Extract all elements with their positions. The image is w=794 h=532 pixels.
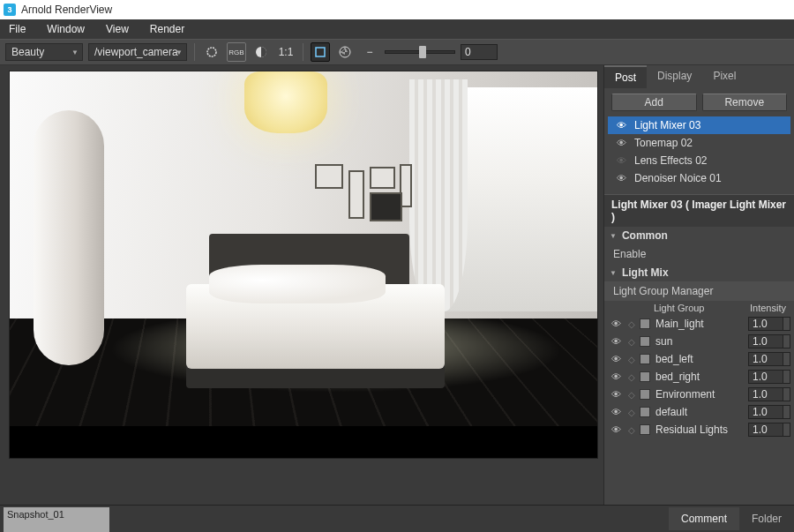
solo-toggle[interactable]: ◇ xyxy=(624,408,640,417)
visibility-icon[interactable]: 👁 xyxy=(608,354,624,364)
imager-label: Tonemap 02 xyxy=(634,137,693,149)
menu-file[interactable]: File xyxy=(9,23,26,35)
intensity-field[interactable]: 1.0 xyxy=(748,334,783,348)
collapse-icon: ▼ xyxy=(610,232,617,240)
imager-item-tonemap[interactable]: 👁 Tonemap 02 xyxy=(608,134,790,152)
camera-dropdown[interactable]: /viewport_camera ▼ xyxy=(88,43,187,61)
imager-item-denoiser[interactable]: 👁 Denoiser Noice 01 xyxy=(608,169,790,187)
spinner-icon[interactable] xyxy=(783,387,790,401)
chevron-down-icon: ▼ xyxy=(71,49,79,56)
rgb-channel-button[interactable]: RGB xyxy=(227,42,246,62)
toolbar-divider xyxy=(303,43,303,61)
camera-value: /viewport_camera xyxy=(94,46,178,58)
intensity-field[interactable]: 1.0 xyxy=(748,387,783,401)
solo-toggle[interactable]: ◇ xyxy=(624,372,640,382)
spinner-icon[interactable] xyxy=(783,317,790,331)
snapshot-thumbnail[interactable]: Snapshot_01 xyxy=(4,507,109,532)
color-swatch[interactable] xyxy=(640,318,650,329)
shutter-icon[interactable] xyxy=(335,42,355,62)
visibility-icon[interactable]: 👁 xyxy=(615,138,627,148)
visibility-icon[interactable]: 👁 xyxy=(615,173,627,184)
visibility-icon[interactable]: 👁 xyxy=(608,318,624,329)
alpha-channel-button[interactable] xyxy=(251,42,271,62)
solo-toggle[interactable]: ◇ xyxy=(624,319,640,329)
svg-point-0 xyxy=(207,48,216,56)
exposure-value-field[interactable]: 0 xyxy=(461,44,498,60)
intensity-field[interactable]: 1.0 xyxy=(748,370,783,384)
imager-item-light-mixer[interactable]: 👁 Light Mixer 03 xyxy=(608,116,790,134)
menu-render[interactable]: Render xyxy=(150,23,184,35)
menu-view[interactable]: View xyxy=(106,23,129,35)
visibility-icon[interactable]: 👁 xyxy=(615,155,627,166)
spinner-icon[interactable] xyxy=(783,423,790,437)
intensity-field[interactable]: 1.0 xyxy=(748,423,783,437)
menu-window[interactable]: Window xyxy=(47,23,85,35)
group-common[interactable]: ▼ Common xyxy=(604,227,794,244)
spinner-icon[interactable] xyxy=(783,352,790,366)
spinner-icon[interactable] xyxy=(783,334,790,348)
tab-folder[interactable]: Folder xyxy=(739,507,794,530)
window-title: Arnold RenderView xyxy=(21,4,112,16)
svg-rect-3 xyxy=(316,48,325,56)
color-swatch[interactable] xyxy=(640,336,650,347)
imager-item-lens-effects[interactable]: 👁 Lens Effects 02 xyxy=(608,152,790,169)
lightmix-row[interactable]: 👁◇Environment1.0 xyxy=(604,386,794,403)
lightmix-row[interactable]: 👁◇sun1.0 xyxy=(604,333,794,350)
spinner-icon[interactable] xyxy=(783,405,790,419)
intensity-field[interactable]: 1.0 xyxy=(748,405,783,419)
toolbar-divider xyxy=(194,43,195,61)
tab-pixel[interactable]: Pixel xyxy=(702,65,746,88)
aov-dropdown[interactable]: Beauty ▼ xyxy=(5,43,83,61)
zoom-ratio-button[interactable]: 1:1 xyxy=(276,42,296,62)
exposure-slider[interactable] xyxy=(385,50,455,54)
render-button[interactable] xyxy=(202,42,221,62)
menu-bar: File Window View Render xyxy=(0,19,794,39)
visibility-icon[interactable]: 👁 xyxy=(615,120,627,131)
lightmix-row[interactable]: 👁◇bed_left1.0 xyxy=(604,350,794,368)
light-group-name: bed_left xyxy=(655,353,748,365)
light-group-name: default xyxy=(655,406,748,418)
render-viewport[interactable] xyxy=(9,71,598,459)
tab-comment[interactable]: Comment xyxy=(669,507,739,530)
visibility-icon[interactable]: 👁 xyxy=(608,389,624,400)
tab-post[interactable]: Post xyxy=(604,65,647,88)
window-titlebar: 3 Arnold RenderView xyxy=(0,0,794,19)
crop-region-button[interactable] xyxy=(311,42,330,62)
solo-toggle[interactable]: ◇ xyxy=(624,425,640,435)
color-swatch[interactable] xyxy=(640,424,650,435)
lightmix-header-row: Light Group Intensity xyxy=(604,301,794,315)
solo-toggle[interactable]: ◇ xyxy=(624,355,640,364)
light-group-name: bed_right xyxy=(655,371,748,383)
color-swatch[interactable] xyxy=(640,371,650,382)
toolbar: Beauty ▼ /viewport_camera ▼ RGB 1:1 − 0 xyxy=(0,39,794,65)
lightmix-row[interactable]: 👁◇bed_right1.0 xyxy=(604,368,794,386)
visibility-icon[interactable]: 👁 xyxy=(608,371,624,382)
color-swatch[interactable] xyxy=(640,354,650,364)
color-swatch[interactable] xyxy=(640,389,650,400)
light-group-manager-button[interactable]: Light Group Manager xyxy=(604,281,794,301)
color-swatch[interactable] xyxy=(640,407,650,417)
solo-toggle[interactable]: ◇ xyxy=(624,390,640,400)
solo-toggle[interactable]: ◇ xyxy=(624,337,640,347)
col-light-group: Light Group xyxy=(640,303,750,313)
spinner-icon[interactable] xyxy=(783,370,790,384)
visibility-icon[interactable]: 👁 xyxy=(608,424,624,435)
lightmix-row[interactable]: 👁◇Main_light1.0 xyxy=(604,315,794,333)
add-imager-button[interactable]: Add xyxy=(611,94,697,111)
intensity-field[interactable]: 1.0 xyxy=(748,317,783,331)
exposure-minus-button[interactable]: − xyxy=(360,42,379,62)
viewport-area xyxy=(0,65,603,505)
remove-imager-button[interactable]: Remove xyxy=(702,94,788,111)
enable-label[interactable]: Enable xyxy=(604,244,794,264)
bottom-tabs: Comment Folder xyxy=(669,506,794,532)
lightmix-row[interactable]: 👁◇default1.0 xyxy=(604,403,794,421)
group-light-mix[interactable]: ▼ Light Mix xyxy=(604,264,794,281)
col-intensity: Intensity xyxy=(750,303,790,313)
lightmix-row[interactable]: 👁◇Residual Lights1.0 xyxy=(604,421,794,438)
slider-handle[interactable] xyxy=(419,46,426,58)
visibility-icon[interactable]: 👁 xyxy=(608,336,624,347)
tab-display[interactable]: Display xyxy=(647,65,702,88)
intensity-field[interactable]: 1.0 xyxy=(748,352,783,366)
visibility-icon[interactable]: 👁 xyxy=(608,407,624,417)
light-group-name: sun xyxy=(655,335,748,348)
